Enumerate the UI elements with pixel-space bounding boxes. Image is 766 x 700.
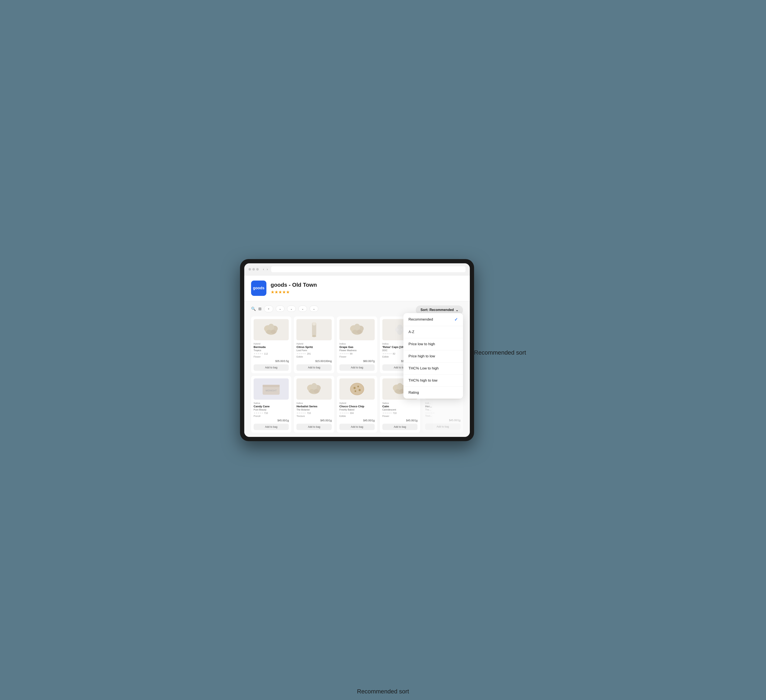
product-brand: The...	[425, 408, 461, 411]
rating-stars: ★★★★★	[425, 412, 435, 414]
store-header: goods goods - Old Town ★★★★★	[244, 275, 470, 301]
product-image	[339, 319, 375, 340]
sort-button-label: Sort: Recommended	[421, 308, 454, 312]
sort-option-rating[interactable]: Rating	[404, 387, 463, 398]
rating-stars: ★★★★★	[296, 352, 306, 355]
product-type: Indica	[339, 343, 375, 345]
product-image	[296, 378, 332, 400]
dropdown-btn-3[interactable]: ⌄	[298, 306, 307, 312]
product-price: $35.00/3.5g	[254, 360, 289, 363]
filter-icon[interactable]: ⊞	[258, 307, 261, 311]
product-name: Bermuda	[254, 345, 289, 349]
traffic-light-minimize[interactable]	[252, 268, 255, 270]
traffic-light-close[interactable]	[248, 268, 251, 270]
product-image: MIDNIGHT	[254, 378, 289, 400]
svg-point-18	[397, 330, 402, 335]
rating-count: 99	[350, 352, 352, 355]
product-category: Tincture	[296, 415, 332, 417]
sort-option-recommended[interactable]: Recommended ✓	[404, 313, 463, 326]
product-price: $15.00/100mg	[296, 360, 332, 363]
rating-stars: ★★★★★	[254, 352, 263, 355]
bottom-page-label: Recommended sort	[474, 349, 526, 356]
product-type: Indi...	[425, 402, 461, 405]
svg-rect-26	[263, 385, 280, 387]
sort-option-label: Recommended	[408, 318, 433, 322]
product-price: $45.00/1g	[382, 419, 418, 422]
add-icon: ＋	[267, 307, 270, 311]
rating-stars: ★★★★★	[339, 352, 349, 355]
add-to-bag-button[interactable]: Add to bag	[296, 424, 332, 430]
product-category: Flower	[254, 356, 289, 358]
dropdown-btn-4[interactable]: ⌄	[310, 306, 318, 312]
chevron-icon-1: ⌄	[279, 307, 281, 310]
rating-stars: ★★★★★	[339, 412, 349, 414]
sort-dropdown: Recommended ✓ A-Z Price low to high Pric…	[404, 313, 463, 398]
sort-option-label: THC% high to low	[408, 378, 437, 382]
product-brand: Pure Beauty	[254, 408, 289, 411]
svg-point-12	[354, 324, 360, 330]
dropdown-btn-1[interactable]: ⌄	[276, 306, 285, 312]
product-type: Sativa	[382, 402, 418, 405]
product-type: Hybrid	[296, 343, 332, 345]
address-bar[interactable]	[271, 266, 465, 272]
product-brand: Canndescent	[382, 408, 418, 411]
back-arrow[interactable]: ‹	[262, 267, 265, 272]
product-category: Tinct...	[425, 414, 461, 417]
svg-point-35	[353, 387, 356, 389]
add-to-bag-button[interactable]: Add to bag	[339, 424, 375, 430]
sort-option-thc-high-low[interactable]: THC% high to low	[404, 374, 463, 387]
product-rating: ★★★★★ 291	[296, 352, 332, 355]
product-price: $45.00/1g	[296, 419, 332, 422]
svg-text:MIDNIGHT: MIDNIGHT	[266, 389, 277, 392]
product-name: Calm	[382, 405, 418, 408]
sort-option-thc-low-high[interactable]: THC% Low to high	[404, 362, 463, 374]
search-icon[interactable]: 🔍	[251, 307, 256, 311]
svg-rect-8	[312, 322, 316, 326]
product-rating: ★★★★★ 710	[382, 412, 418, 414]
add-to-bag-button[interactable]: Add to bag	[296, 364, 332, 371]
product-rating: ★★★★★ 710	[296, 412, 332, 414]
product-card: Indica Herbalist Series The Botanist ★★★…	[294, 376, 334, 433]
add-to-bag-button[interactable]: Add to bag	[425, 423, 461, 430]
traffic-light-maximize[interactable]	[256, 268, 259, 270]
product-name: Grape Gas	[339, 345, 375, 349]
forward-arrow[interactable]: ›	[266, 267, 269, 272]
product-card: Hybrid Choco Choco Chip Freshly Baked ★★…	[337, 376, 377, 433]
device-frame: ‹ › goods goods - Old Town ★★★★★ 🔍 ⊞ ＋	[240, 259, 474, 441]
svg-point-31	[311, 383, 317, 390]
product-name: Citrus Spritz	[296, 345, 332, 349]
sort-option-price-high-low[interactable]: Price high to low	[404, 350, 463, 362]
add-filter-button[interactable]: ＋	[264, 305, 273, 312]
svg-point-7	[312, 335, 316, 337]
svg-point-38	[355, 390, 356, 392]
browser-chrome: ‹ ›	[244, 263, 470, 275]
add-to-bag-button[interactable]: Add to bag	[339, 364, 375, 371]
rating-stars: ★★★★★	[382, 412, 392, 414]
product-name: Candy Cane	[254, 405, 289, 408]
product-card: Hybrid Citrus Spritz Lost Form ★★★★★ 291…	[294, 316, 334, 373]
rating-count: 710	[393, 412, 397, 414]
sort-chevron-icon: ⌄	[456, 308, 458, 312]
sort-option-price-low-high[interactable]: Price low to high	[404, 338, 463, 350]
store-info: goods - Old Town ★★★★★	[271, 281, 317, 295]
product-category: Preroll	[254, 415, 289, 417]
rating-count: 710	[264, 412, 268, 414]
add-to-bag-button[interactable]: Add to bag	[254, 424, 289, 430]
rating-stars: ★★★★★	[254, 412, 263, 414]
sort-option-label: Rating	[408, 390, 419, 395]
main-content: 🔍 ⊞ ＋ ⌄ ⌄ ⌄ ⌄ Sort: R	[244, 301, 470, 437]
dropdown-btn-2[interactable]: ⌄	[287, 306, 296, 312]
svg-point-5	[271, 330, 276, 334]
store-stars: ★★★★★	[271, 289, 317, 295]
sort-option-a-z[interactable]: A-Z	[404, 326, 463, 338]
product-image	[296, 319, 332, 340]
add-to-bag-button[interactable]: Add to bag	[254, 364, 289, 371]
add-to-bag-button[interactable]: Add to bag	[382, 424, 418, 430]
product-card: Indica Grape Gas Flower Madness ★★★★★ 99…	[337, 316, 377, 373]
product-brand: Tropics	[254, 349, 289, 352]
rating-count: 112	[264, 352, 268, 355]
sort-option-label: Price low to high	[408, 342, 435, 346]
product-card: Hybrid Bermuda Tropics ★★★★★ 112 Flower …	[251, 316, 291, 373]
product-name: Choco Choco Chip	[339, 405, 375, 408]
rating-stars: ★★★★★	[382, 352, 392, 355]
